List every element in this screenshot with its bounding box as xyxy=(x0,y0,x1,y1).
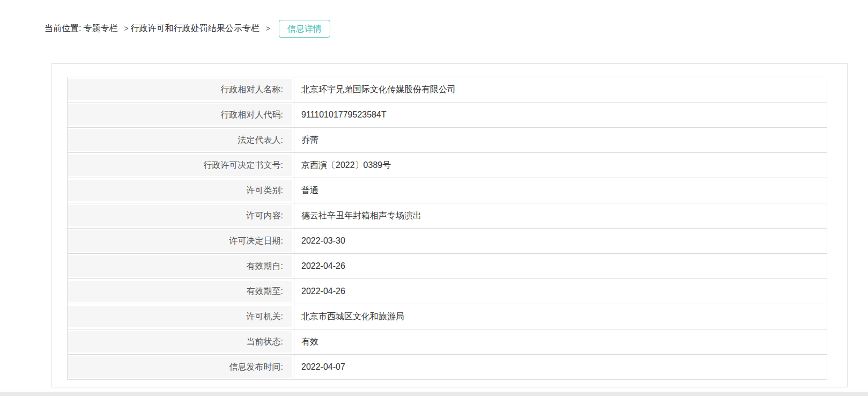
row-label-cell: 法定代表人: xyxy=(68,128,294,153)
footer-strip xyxy=(0,392,868,396)
table-row: 有效期至: 2022-04-26 xyxy=(68,279,827,304)
table-row: 行政相对人名称: 北京环宇兄弟国际文化传媒股份有限公司 xyxy=(68,77,827,102)
row-value: 2022-03-30 xyxy=(294,229,827,254)
table-row: 当前状态: 有效 xyxy=(68,329,827,355)
row-label: 有效期至: xyxy=(68,281,292,302)
row-label: 有效期自: xyxy=(68,255,292,277)
row-value: 2022-04-26 xyxy=(294,279,827,304)
row-label-cell: 行政许可决定书文号: xyxy=(68,153,294,178)
row-value: 德云社辛丑年封箱相声专场演出 xyxy=(294,203,827,229)
row-value: 2022-04-26 xyxy=(294,254,827,279)
breadcrumb-link-license-publicity-column[interactable]: 行政许可和行政处罚结果公示专栏 xyxy=(131,23,259,34)
row-value: 京西演〔2022〕0389号 xyxy=(294,153,827,178)
table-row: 行政相对人代码: 91110101779523584T xyxy=(68,102,827,128)
detail-card: 行政相对人名称: 北京环宇兄弟国际文化传媒股份有限公司 行政相对人代码: 911… xyxy=(51,63,848,387)
row-label-cell: 有效期至: xyxy=(68,279,294,304)
row-label: 许可机关: xyxy=(68,306,292,327)
row-value: 2022-04-07 xyxy=(294,355,827,380)
breadcrumb-prefix: 当前位置: xyxy=(44,23,81,34)
row-value: 北京市西城区文化和旅游局 xyxy=(294,304,827,329)
row-label-cell: 当前状态: xyxy=(68,329,294,355)
row-label-cell: 行政相对人名称: xyxy=(68,77,294,102)
table-row: 许可类别: 普通 xyxy=(68,178,827,203)
row-label: 当前状态: xyxy=(68,331,292,353)
breadcrumb-separator: > xyxy=(124,24,128,33)
row-label-cell: 许可机关: xyxy=(68,304,294,329)
breadcrumb-link-special-topics[interactable]: 专题专栏 xyxy=(83,23,117,34)
row-value: 北京环宇兄弟国际文化传媒股份有限公司 xyxy=(294,77,827,102)
row-label-cell: 许可类别: xyxy=(68,178,294,203)
row-label-cell: 许可决定日期: xyxy=(68,229,294,254)
row-label: 行政相对人代码: xyxy=(68,104,292,126)
table-row: 许可内容: 德云社辛丑年封箱相声专场演出 xyxy=(68,203,827,229)
row-label-cell: 行政相对人代码: xyxy=(68,102,294,128)
table-row: 信息发布时间: 2022-04-07 xyxy=(68,355,827,380)
info-detail-button[interactable]: 信息详情 xyxy=(279,20,330,38)
row-label: 法定代表人: xyxy=(68,129,292,151)
row-label: 许可内容: xyxy=(68,205,292,226)
row-value: 乔蕾 xyxy=(294,128,827,153)
row-label: 行政许可决定书文号: xyxy=(68,155,292,176)
row-label: 许可类别: xyxy=(68,180,292,201)
table-row: 许可决定日期: 2022-03-30 xyxy=(68,229,827,254)
breadcrumb: 当前位置: 专题专栏 > 行政许可和行政处罚结果公示专栏 > 信息详情 xyxy=(44,19,330,38)
row-label-cell: 许可内容: xyxy=(68,203,294,229)
row-value: 有效 xyxy=(294,329,827,355)
table-row: 行政许可决定书文号: 京西演〔2022〕0389号 xyxy=(68,153,827,178)
row-value: 普通 xyxy=(294,178,827,203)
row-label-cell: 信息发布时间: xyxy=(68,355,294,380)
row-value: 91110101779523584T xyxy=(294,102,827,128)
row-label: 信息发布时间: xyxy=(68,356,292,378)
row-label-cell: 有效期自: xyxy=(68,254,294,279)
table-row: 有效期自: 2022-04-26 xyxy=(68,254,827,279)
row-label: 行政相对人名称: xyxy=(68,79,292,100)
breadcrumb-separator: > xyxy=(266,24,270,33)
row-label: 许可决定日期: xyxy=(68,230,292,252)
table-row: 许可机关: 北京市西城区文化和旅游局 xyxy=(68,304,827,329)
detail-table: 行政相对人名称: 北京环宇兄弟国际文化传媒股份有限公司 行政相对人代码: 911… xyxy=(67,77,827,380)
table-row: 法定代表人: 乔蕾 xyxy=(68,128,827,153)
detail-table-body: 行政相对人名称: 北京环宇兄弟国际文化传媒股份有限公司 行政相对人代码: 911… xyxy=(68,77,827,380)
